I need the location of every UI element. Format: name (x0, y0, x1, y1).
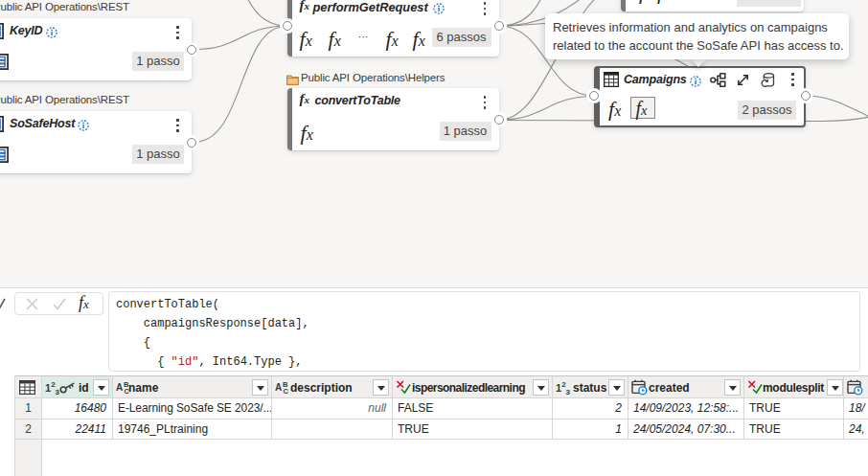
svg-text:C: C (284, 387, 289, 395)
svg-text:A: A (116, 382, 123, 393)
svg-text:A: A (275, 382, 282, 393)
